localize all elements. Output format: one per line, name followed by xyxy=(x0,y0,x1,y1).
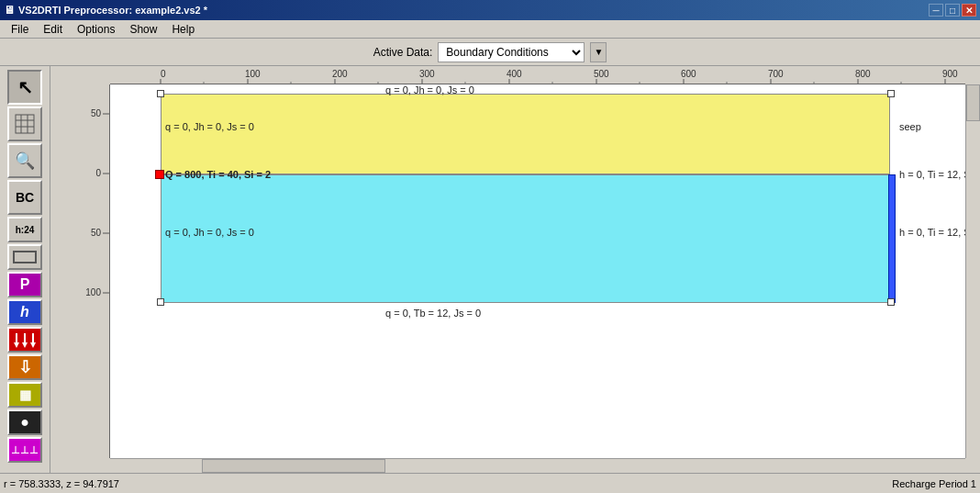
app-icon: 🖥 xyxy=(4,4,15,17)
svg-text:100: 100 xyxy=(85,287,101,297)
upper-left-label: q = 0, Jh = 0, Js = 0 xyxy=(165,121,254,132)
menu-bar: File Edit Options Show Help xyxy=(0,20,980,39)
menu-file[interactable]: File xyxy=(4,21,36,38)
coordinates-display: r = 758.3333, z = 94.7917 xyxy=(4,478,119,489)
status-bar: r = 758.3333, z = 94.7917 Recharge Perio… xyxy=(0,473,980,493)
menu-help[interactable]: Help xyxy=(164,21,202,38)
window-controls: ─ □ ✕ xyxy=(929,4,976,17)
svg-text:100: 100 xyxy=(245,69,261,79)
middle-right-label: h = 0, Ti = 12, Si = 1 xyxy=(899,169,965,180)
dropdown-arrow-icon[interactable]: ▼ xyxy=(590,42,607,62)
main-area: ↖ 🔍 BC h:24 P h xyxy=(0,66,980,473)
bc-tool[interactable]: BC xyxy=(7,180,42,215)
svg-text:50: 50 xyxy=(91,228,102,238)
ruler-top: 0 100 200 300 400 500 600 700 800 900 xyxy=(110,66,965,84)
svg-text:700: 700 xyxy=(768,69,784,79)
svg-text:600: 600 xyxy=(681,69,696,79)
menu-options[interactable]: Options xyxy=(70,21,122,38)
grid-icon xyxy=(15,114,35,134)
bottom-bc-label: q = 0, Tb = 12, Js = 0 xyxy=(385,308,481,319)
scroll-corner xyxy=(965,458,980,473)
svg-marker-9 xyxy=(22,342,28,348)
scrollbar-vertical[interactable] xyxy=(965,84,980,458)
menu-show[interactable]: Show xyxy=(122,21,164,38)
zoom-tool[interactable]: 🔍 xyxy=(7,143,42,178)
svg-text:0: 0 xyxy=(95,168,101,178)
svg-rect-5 xyxy=(14,252,36,263)
middle-left-label: Q = 800, Ti = 40, Si = 2 xyxy=(165,169,271,180)
svg-rect-0 xyxy=(16,115,34,133)
drop-tool[interactable]: ● xyxy=(7,409,42,435)
active-data-label: Active Data: xyxy=(373,46,433,59)
rect-icon xyxy=(13,251,37,263)
h-tool[interactable]: h xyxy=(7,299,42,325)
ruler-top-svg: 0 100 200 300 400 500 600 700 800 900 xyxy=(110,66,965,84)
upper-right-label: seep xyxy=(899,121,921,132)
svg-text:200: 200 xyxy=(332,69,348,79)
rect-tool[interactable] xyxy=(7,244,42,270)
left-toolbar: ↖ 🔍 BC h:24 P h xyxy=(0,66,50,473)
flux-arrows-tool[interactable] xyxy=(7,327,42,353)
window-title: VS2DRTI Preprocessor: example2.vs2 * xyxy=(18,5,207,16)
svg-text:300: 300 xyxy=(419,69,435,79)
svg-marker-7 xyxy=(14,342,19,348)
svg-marker-11 xyxy=(30,342,36,348)
corner-bl xyxy=(157,298,164,306)
svg-text:400: 400 xyxy=(507,69,522,79)
lower-right-label: h = 0, Ti = 12, Si = 1 xyxy=(899,227,965,238)
period-display: Recharge Period 1 xyxy=(892,478,976,489)
svg-text:500: 500 xyxy=(594,69,609,79)
maximize-button[interactable]: □ xyxy=(945,4,960,17)
svg-text:0: 0 xyxy=(161,69,166,79)
grid-tool[interactable] xyxy=(7,106,42,141)
scrollbar-horizontal[interactable] xyxy=(110,458,965,473)
h24-tool[interactable]: h:24 xyxy=(7,217,42,242)
p-tool[interactable]: P xyxy=(7,272,42,297)
corner-br xyxy=(887,298,895,306)
ttt-tool[interactable]: ⊥⊥⊥ xyxy=(7,437,42,463)
close-button[interactable]: ✕ xyxy=(962,4,976,17)
blue-bar-right xyxy=(888,174,896,303)
upper-domain xyxy=(161,94,890,174)
scroll-thumb-vertical[interactable] xyxy=(966,84,980,121)
lower-domain xyxy=(161,174,890,303)
left-bc-marker-red xyxy=(155,170,164,179)
select-tool[interactable]: ↖ xyxy=(7,70,42,105)
top-bc-label: q = 0, Jh = 0, Js = 0 xyxy=(385,84,474,95)
ruler-left-svg: 50 0 50 100 xyxy=(50,84,110,458)
canvas-area: 0 100 200 300 400 500 600 700 800 900 xyxy=(50,66,980,473)
active-data-select[interactable]: Boundary Conditions xyxy=(438,42,585,62)
flux-down-tool[interactable]: ⇩ xyxy=(7,354,42,380)
svg-text:800: 800 xyxy=(855,69,871,79)
minimize-button[interactable]: ─ xyxy=(929,4,943,17)
corner-tr xyxy=(887,90,895,97)
drawing-canvas: q = 0, Jh = 0, Js = 0 q = 0, Jh = 0, Js … xyxy=(110,84,965,458)
toolbar-row: Active Data: Boundary Conditions ▼ xyxy=(0,39,980,66)
title-bar: 🖥 VS2DRTI Preprocessor: example2.vs2 * ─… xyxy=(0,0,980,20)
corner-tl xyxy=(157,90,164,97)
svg-text:50: 50 xyxy=(91,108,102,118)
menu-edit[interactable]: Edit xyxy=(36,21,70,38)
pattern-tool[interactable]: ▦ xyxy=(7,382,42,408)
svg-text:900: 900 xyxy=(942,69,958,79)
scroll-thumb-horizontal[interactable] xyxy=(202,459,385,473)
lower-left-label: q = 0, Jh = 0, Js = 0 xyxy=(165,227,254,238)
ruler-left: 50 0 50 100 xyxy=(50,84,110,458)
flux-arrows-icon xyxy=(12,331,38,348)
